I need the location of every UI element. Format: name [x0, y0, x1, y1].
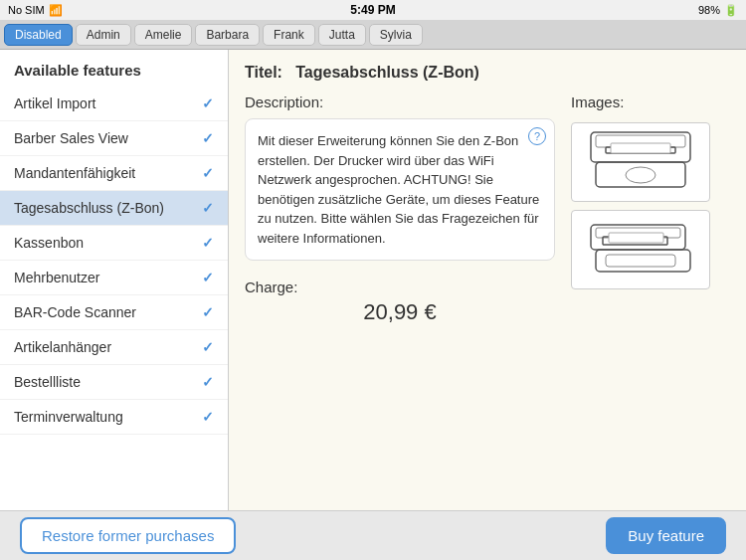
sidebar-title: Available features [0, 50, 228, 87]
sidebar-item-bar-code-scanner[interactable]: BAR-Code Scanner✓ [0, 295, 228, 330]
main-layout: Available features Artikel Import✓Barber… [0, 50, 746, 510]
sidebar-item-artikelanhänger[interactable]: Artikelanhänger✓ [0, 330, 228, 365]
printer-image-1 [571, 122, 710, 202]
sidebar-item-label: Terminverwaltung [14, 409, 123, 425]
sidebar-item-label: Kassenbon [14, 235, 84, 251]
sidebar-item-label: Mandantenfähigkeit [14, 165, 135, 181]
svg-rect-10 [596, 250, 690, 272]
title-label: Titel: [245, 64, 282, 81]
sidebar-item-artikel-import[interactable]: Artikel Import✓ [0, 87, 228, 121]
checkmark-icon: ✓ [202, 235, 214, 251]
sidebar-item-label: Bestellliste [14, 374, 81, 390]
help-icon[interactable]: ? [528, 127, 546, 145]
user-tab-sylvia[interactable]: Sylvia [369, 24, 423, 46]
user-tab-disabled[interactable]: Disabled [4, 24, 73, 46]
checkmark-icon: ✓ [202, 374, 214, 390]
sidebar-item-mandantenfähigkeit[interactable]: Mandantenfähigkeit✓ [0, 156, 228, 191]
printer-image-2 [571, 210, 710, 289]
charge-label: Charge: [245, 279, 555, 295]
wifi-icon: 📶 [49, 4, 63, 17]
user-tab-frank[interactable]: Frank [263, 24, 315, 46]
checkmark-icon: ✓ [202, 270, 214, 285]
status-signal: No SIM 📶 [8, 4, 63, 17]
feature-detail: Titel: Tagesabschluss (Z-Bon) Descriptio… [229, 50, 746, 510]
user-tab-bar: DisabledAdminAmelieBarbaraFrankJuttaSylv… [0, 20, 746, 50]
sidebar-item-label: Mehrbenutzer [14, 270, 99, 285]
checkmark-icon: ✓ [202, 165, 214, 181]
charge-section: Charge: 20,99 € [245, 271, 555, 325]
svg-rect-11 [606, 255, 675, 267]
status-time: 5:49 PM [350, 3, 395, 17]
user-tab-jutta[interactable]: Jutta [318, 24, 366, 46]
checkmark-icon: ✓ [202, 339, 214, 355]
svg-point-5 [626, 167, 655, 183]
battery-percent: 98% [698, 4, 720, 16]
svg-rect-9 [609, 233, 663, 243]
sidebar-item-label: Artikelanhänger [14, 339, 111, 355]
sidebar-item-label: BAR-Code Scanner [14, 304, 136, 320]
images-label: Images: [571, 93, 730, 110]
checkmark-icon: ✓ [202, 304, 214, 320]
user-tab-barbara[interactable]: Barbara [195, 24, 260, 46]
sidebar-item-label: Barber Sales View [14, 130, 128, 146]
status-battery: 98% 🔋 [698, 4, 738, 17]
checkmark-icon: ✓ [202, 200, 214, 216]
checkmark-icon: ✓ [202, 95, 214, 111]
features-list: Artikel Import✓Barber Sales View✓Mandant… [0, 87, 228, 510]
description-section: Description: ? Mit dieser Erweiterung kö… [245, 93, 555, 496]
description-bubble: ? Mit dieser Erweiterung können Sie den … [245, 118, 555, 261]
sidebar-item-kassenbon[interactable]: Kassenbon✓ [0, 226, 228, 261]
charge-value: 20,99 € [245, 299, 555, 325]
sidebar-item-tagesabschluss-(z-bon)[interactable]: Tagesabschluss (Z-Bon)✓ [0, 191, 228, 226]
checkmark-icon: ✓ [202, 130, 214, 146]
restore-button[interactable]: Restore former purchases [20, 517, 236, 554]
feature-title: Titel: Tagesabschluss (Z-Bon) [245, 64, 730, 82]
buy-button[interactable]: Buy feature [606, 517, 726, 554]
signal-text: No SIM [8, 4, 45, 16]
user-tab-amelie[interactable]: Amelie [134, 24, 193, 46]
sidebar-item-label: Tagesabschluss (Z-Bon) [14, 200, 164, 216]
sidebar-item-barber-sales-view[interactable]: Barber Sales View✓ [0, 121, 228, 156]
feature-body: Description: ? Mit dieser Erweiterung kö… [245, 93, 730, 496]
action-bar: Restore former purchases Buy feature [0, 510, 746, 560]
description-label: Description: [245, 93, 555, 110]
description-text: Mit dieser Erweiterung können Sie den Z-… [258, 133, 539, 246]
title-value: Tagesabschluss (Z-Bon) [295, 64, 479, 81]
sidebar-item-terminverwaltung[interactable]: Terminverwaltung✓ [0, 400, 228, 435]
checkmark-icon: ✓ [202, 409, 214, 425]
features-sidebar: Available features Artikel Import✓Barber… [0, 50, 229, 510]
svg-rect-3 [611, 143, 670, 153]
images-section: Images: [571, 93, 730, 496]
user-tab-admin[interactable]: Admin [76, 24, 131, 46]
status-bar: No SIM 📶 5:49 PM 98% 🔋 [0, 0, 746, 20]
battery-icon: 🔋 [724, 4, 738, 17]
sidebar-item-mehrbenutzer[interactable]: Mehrbenutzer✓ [0, 261, 228, 295]
sidebar-item-bestellliste[interactable]: Bestellliste✓ [0, 365, 228, 400]
sidebar-item-label: Artikel Import [14, 95, 95, 111]
